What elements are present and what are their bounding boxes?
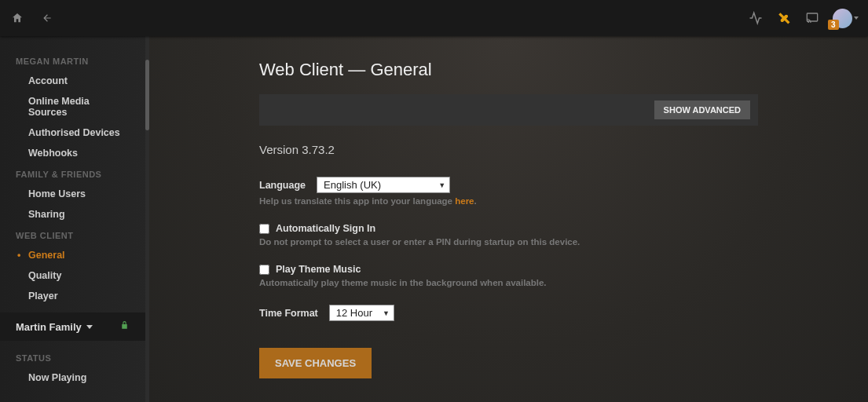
sidebar-item-auth-devices[interactable]: Authorised Devices [0, 122, 145, 143]
sidebar-item-quality[interactable]: Quality [0, 265, 145, 286]
sidebar-item-sharing[interactable]: Sharing [0, 204, 145, 225]
section-header-user: MEGAN MARTIN [0, 50, 145, 71]
notification-badge: 3 [828, 20, 839, 30]
section-header-status: STATUS [0, 347, 145, 367]
auto-signin-hint: Do not prompt to select a user or enter … [259, 237, 758, 247]
cast-icon[interactable] [804, 10, 820, 26]
tools-icon[interactable] [776, 10, 792, 26]
sidebar-item-webhooks[interactable]: Webhooks [0, 143, 145, 163]
section-header-webclient: WEB CLIENT [0, 225, 145, 245]
sidebar-item-online-media[interactable]: Online Media Sources [0, 91, 145, 122]
sidebar-item-home-users[interactable]: Home Users [0, 184, 145, 204]
sidebar-item-now-playing[interactable]: Now Playing [0, 367, 145, 388]
sidebar-item-player[interactable]: Player [0, 286, 145, 306]
theme-music-checkbox[interactable] [259, 265, 269, 275]
lock-icon [119, 320, 130, 333]
sidebar-item-account[interactable]: Account [0, 71, 145, 91]
time-format-select[interactable]: 12 Hour [329, 305, 394, 321]
server-name: Martin Family [16, 321, 82, 333]
translate-link[interactable]: here [455, 196, 474, 206]
main-content: Web Client — General SHOW ADVANCED Versi… [149, 36, 868, 402]
home-icon[interactable] [9, 10, 25, 26]
theme-music-hint: Automatically play theme music in the ba… [259, 278, 758, 287]
language-select[interactable]: English (UK) [317, 177, 450, 193]
translate-hint: Help us translate this app into your lan… [259, 196, 758, 206]
auto-signin-checkbox[interactable] [259, 224, 269, 234]
auto-signin-label: Automatically Sign In [276, 223, 375, 234]
topbar: 3 [0, 0, 868, 36]
advanced-bar: SHOW ADVANCED [259, 94, 758, 126]
server-selector[interactable]: Martin Family [0, 312, 145, 341]
avatar: 3 [833, 9, 852, 28]
section-header-family: FAMILY & FRIENDS [0, 163, 145, 184]
show-advanced-button[interactable]: SHOW ADVANCED [654, 100, 750, 119]
chevron-down-icon [86, 325, 93, 329]
language-label: Language [259, 180, 306, 191]
time-format-label: Time Format [259, 308, 318, 319]
sidebar-scrollbar[interactable] [145, 36, 149, 402]
back-icon[interactable] [39, 10, 55, 26]
save-button[interactable]: SAVE CHANGES [259, 348, 372, 378]
theme-music-label: Play Theme Music [276, 264, 361, 275]
sidebar-item-general[interactable]: General [0, 245, 145, 265]
svg-rect-0 [807, 13, 817, 21]
scrollbar-thumb[interactable] [145, 60, 149, 130]
version-text: Version 3.73.2 [259, 143, 758, 156]
page-title: Web Client — General [259, 60, 758, 80]
chevron-down-icon [854, 16, 859, 20]
sidebar: MEGAN MARTIN Account Online Media Source… [0, 36, 145, 402]
user-menu[interactable]: 3 [833, 9, 859, 28]
activity-icon[interactable] [748, 10, 764, 26]
